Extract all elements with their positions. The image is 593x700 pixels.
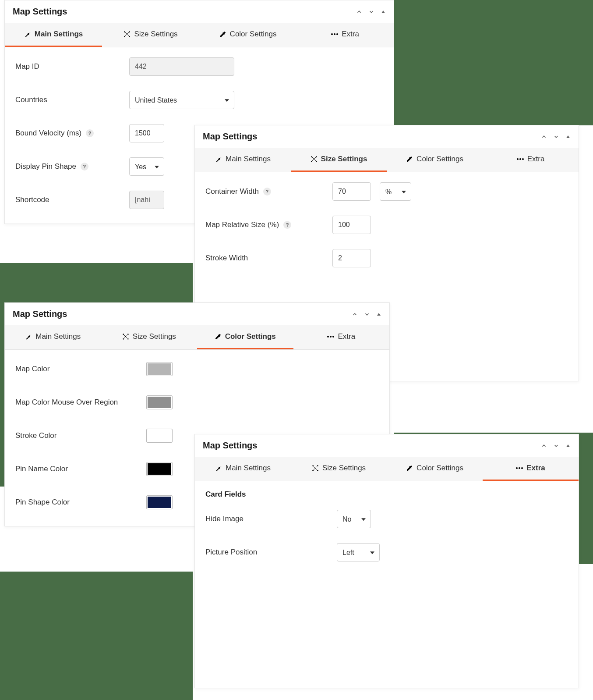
resize-icon [124, 31, 131, 38]
svg-point-7 [336, 33, 338, 35]
picture-position-select[interactable]: Left [337, 543, 380, 561]
panel-header: Map Settings [195, 125, 579, 148]
svg-point-23 [332, 336, 334, 338]
map-color-swatch[interactable] [147, 362, 172, 376]
wrench-icon [215, 156, 222, 163]
tab-color[interactable]: Color Settings [197, 325, 293, 349]
field-label: Map Relative Size (%) ? [205, 220, 332, 229]
svg-point-12 [316, 161, 317, 162]
tab-size[interactable]: Size Settings [101, 325, 198, 349]
pin-shape-color-swatch[interactable] [147, 496, 172, 509]
field-rel-size: Map Relative Size (%) ? [205, 214, 568, 235]
pin-select[interactable]: Yes [129, 157, 164, 176]
tab-extra[interactable]: Extra [296, 23, 394, 47]
field-label: Map Color [15, 365, 147, 373]
tab-main[interactable]: Main Settings [195, 148, 291, 172]
svg-point-20 [127, 338, 129, 340]
container-unit-select[interactable]: % [380, 182, 411, 201]
svg-point-27 [312, 470, 314, 471]
svg-point-19 [123, 338, 124, 340]
move-up-icon[interactable] [541, 134, 547, 140]
svg-point-5 [331, 33, 333, 35]
svg-marker-8 [566, 135, 570, 138]
tabs: Main Settings Size Settings Color Settin… [195, 148, 579, 172]
tab-size[interactable]: Size Settings [291, 457, 387, 481]
tab-main[interactable]: Main Settings [5, 23, 102, 47]
tabs: Main Settings Size Settings Color Settin… [195, 457, 579, 481]
wrench-icon [25, 333, 32, 340]
tab-label: Extra [342, 30, 359, 39]
tab-label: Extra [338, 332, 355, 341]
field-label: Shortcode [15, 195, 129, 204]
countries-select[interactable]: United States [129, 91, 234, 109]
rel-size-input[interactable] [332, 216, 371, 234]
tab-label: Color Settings [225, 332, 276, 341]
svg-point-26 [317, 465, 318, 466]
wrench-icon [215, 465, 222, 472]
tab-extra[interactable]: Extra [483, 457, 579, 481]
move-up-icon[interactable] [541, 443, 547, 449]
field-label: Stroke Color [15, 431, 147, 440]
svg-point-14 [519, 158, 521, 160]
tab-label: Size Settings [321, 155, 367, 163]
hide-image-select[interactable]: No [337, 510, 371, 528]
move-down-icon[interactable] [553, 134, 559, 140]
svg-marker-16 [377, 313, 381, 316]
tab-main[interactable]: Main Settings [195, 457, 291, 481]
tab-label: Color Settings [230, 30, 277, 39]
field-label: Countries [15, 96, 129, 104]
svg-point-3 [124, 36, 126, 37]
field-countries: Countries United States [15, 89, 383, 110]
tab-color[interactable]: Color Settings [199, 23, 296, 47]
panel-controls [541, 443, 571, 449]
tab-size[interactable]: Size Settings [291, 148, 387, 172]
move-up-icon[interactable] [352, 311, 358, 317]
panel-title: Map Settings [203, 441, 257, 451]
hover-color-swatch[interactable] [147, 396, 172, 409]
help-icon[interactable]: ? [86, 129, 94, 137]
container-width-input[interactable] [332, 182, 371, 201]
field-stroke-width: Stroke Width [205, 248, 568, 269]
eyedropper-icon [215, 333, 222, 340]
ellipsis-icon [327, 333, 334, 340]
tab-color[interactable]: Color Settings [387, 457, 483, 481]
tab-extra[interactable]: Extra [483, 148, 579, 172]
tab-label: Main Settings [226, 155, 271, 163]
stroke-color-swatch[interactable] [147, 429, 172, 442]
collapse-icon[interactable] [381, 9, 386, 14]
move-down-icon[interactable] [364, 311, 370, 317]
field-hover-color: Map Color Mouse Over Region [15, 392, 379, 413]
stroke-width-input[interactable] [332, 249, 371, 267]
field-hide-image: Hide Image No [205, 508, 568, 529]
tab-label: Main Settings [35, 332, 81, 341]
move-down-icon[interactable] [553, 443, 559, 449]
svg-point-18 [127, 334, 129, 335]
collapse-icon[interactable] [376, 312, 381, 317]
eyedropper-icon [406, 156, 413, 163]
help-icon[interactable]: ? [263, 188, 271, 195]
map-id-input [129, 57, 234, 76]
tab-color[interactable]: Color Settings [387, 148, 483, 172]
tab-size[interactable]: Size Settings [102, 23, 199, 47]
field-label: Stroke Width [205, 254, 332, 263]
tab-main[interactable]: Main Settings [5, 325, 101, 349]
field-label: Hide Image [205, 515, 337, 523]
svg-point-9 [311, 156, 312, 157]
pin-name-color-swatch[interactable] [147, 462, 172, 476]
move-down-icon[interactable] [368, 9, 374, 15]
resize-icon [312, 465, 319, 472]
bound-input[interactable] [129, 124, 164, 142]
move-up-icon[interactable] [356, 9, 362, 15]
help-icon[interactable]: ? [81, 163, 88, 171]
panel-header: Map Settings [5, 0, 394, 23]
collapse-icon[interactable] [565, 443, 571, 448]
field-label: Display Pin Shape ? [15, 162, 129, 171]
collapse-icon[interactable] [565, 134, 571, 139]
tab-label: Size Settings [322, 464, 366, 473]
svg-marker-0 [381, 11, 385, 13]
help-icon[interactable]: ? [283, 221, 291, 229]
tab-extra[interactable]: Extra [293, 325, 390, 349]
svg-point-4 [129, 36, 130, 37]
svg-point-1 [124, 31, 126, 32]
field-map-id: Map ID [15, 56, 383, 77]
